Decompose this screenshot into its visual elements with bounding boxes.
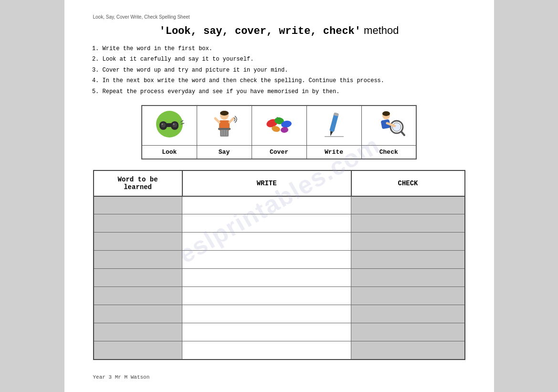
icon-table: - — [141, 105, 417, 159]
word-cell — [94, 341, 182, 360]
svg-point-6 — [161, 123, 163, 125]
write-cell — [182, 233, 351, 251]
svg-point-24 — [280, 127, 288, 133]
table-row — [94, 196, 465, 214]
check-icon-cell — [361, 106, 416, 146]
word-cell — [94, 287, 182, 305]
check-cell — [351, 196, 465, 214]
word-cell — [94, 269, 182, 287]
small-title: Look, Say, Cover Write, Check Spelling S… — [93, 14, 465, 20]
svg-point-11 — [220, 111, 229, 116]
say-label: Say — [197, 145, 252, 159]
header-word: Word to belearned — [94, 170, 182, 196]
title-normal: method — [361, 24, 399, 36]
word-cell — [94, 196, 182, 214]
main-title: 'Look, say, cover, write, check' method — [93, 24, 465, 37]
table-row — [94, 269, 465, 287]
look-icon — [153, 109, 186, 140]
check-cell — [351, 305, 465, 323]
word-cell — [94, 251, 182, 269]
svg-line-35 — [401, 132, 404, 135]
table-row — [94, 305, 465, 323]
check-cell — [351, 341, 465, 360]
write-cell — [182, 323, 351, 341]
page: eslprintables.com Look, Say, Cover Write… — [64, 0, 494, 392]
instruction-4: In the next box write the word and then … — [103, 76, 465, 85]
write-cell — [182, 287, 351, 305]
write-icon-cell — [306, 106, 361, 146]
footer: Year 3 Mr M Watson — [93, 374, 465, 380]
table-row — [94, 251, 465, 269]
write-icon — [317, 109, 351, 140]
say-icon-cell — [197, 106, 252, 146]
cover-icon: - — [263, 109, 296, 140]
table-row — [94, 214, 465, 233]
svg-point-34 — [392, 123, 401, 131]
title-mono: 'Look, say, cover, write, check' — [159, 25, 361, 37]
check-label: Check — [361, 145, 416, 159]
word-cell — [94, 214, 182, 233]
table-row — [94, 233, 465, 251]
svg-line-13 — [215, 118, 219, 122]
table-row — [94, 323, 465, 341]
svg-rect-16 — [218, 128, 231, 130]
write-cell — [182, 269, 351, 287]
write-label: Write — [306, 145, 361, 159]
header-check: CHECK — [351, 170, 465, 196]
write-cell — [182, 196, 351, 214]
instruction-1: Write the word in the first box. — [103, 44, 465, 53]
write-cell — [182, 214, 351, 233]
instruction-5: Repeat the process everyday and see if y… — [103, 87, 465, 96]
word-cell — [94, 233, 182, 251]
write-cell — [182, 341, 351, 360]
word-cell — [94, 305, 182, 323]
svg-marker-27 — [329, 131, 333, 136]
look-label: Look — [142, 145, 197, 159]
svg-line-14 — [230, 118, 233, 122]
svg-rect-3 — [165, 123, 173, 127]
instruction-2: Look at it carefully and say it to yours… — [103, 54, 465, 64]
write-cell — [182, 305, 351, 323]
check-cell — [351, 269, 465, 287]
cover-icon-cell: - — [252, 106, 306, 146]
check-icon — [372, 109, 405, 140]
check-cell — [351, 323, 465, 341]
svg-point-31 — [382, 111, 390, 116]
table-row — [94, 287, 465, 305]
svg-point-7 — [173, 123, 174, 125]
word-cell — [94, 323, 182, 341]
look-icon-cell — [142, 106, 197, 146]
table-row — [94, 341, 465, 360]
cover-label: Cover — [252, 145, 306, 159]
say-icon — [208, 109, 241, 140]
check-cell — [351, 251, 465, 269]
instruction-3: Cover the word up and try and picture it… — [103, 65, 465, 75]
icon-table-wrapper: - — [93, 105, 465, 159]
header-write: WRITE — [182, 170, 351, 196]
content-table: Word to belearned WRITE CHECK — [93, 170, 465, 360]
check-cell — [351, 233, 465, 251]
check-cell — [351, 287, 465, 305]
write-cell — [182, 251, 351, 269]
svg-point-5 — [172, 123, 177, 127]
svg-point-4 — [161, 123, 166, 127]
instructions: Write the word in the first box. Look at… — [93, 44, 465, 96]
svg-text:-: - — [276, 115, 278, 120]
check-cell — [351, 214, 465, 233]
